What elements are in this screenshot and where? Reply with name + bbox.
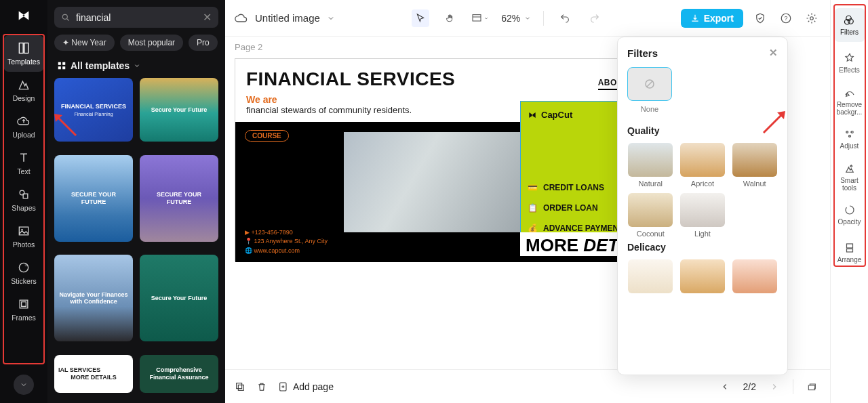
filter-natural[interactable]: Natural [627,143,674,188]
document-title[interactable]: Untitled image [235,12,335,25]
rail-item-photos[interactable]: Photos [3,218,44,255]
layout-tool[interactable] [471,9,489,27]
filter-thumb [680,143,725,177]
filter-thumb [732,259,777,293]
delete-page-button[interactable] [256,381,267,392]
svg-rect-4 [19,227,28,235]
rail-item-stickers[interactable]: Stickers [3,255,44,291]
right-rail-adjust[interactable]: Adjust [835,122,865,156]
templates-icon [17,41,31,55]
svg-rect-38 [846,244,852,248]
template-search[interactable]: ✕ [54,7,218,28]
filter-del3[interactable] [731,259,778,296]
rail-item-frames[interactable]: Frames [3,291,44,328]
prev-page-button[interactable] [716,378,734,396]
svg-rect-15 [58,66,61,69]
filter-light[interactable]: Light [679,193,726,238]
undo-button[interactable] [556,9,574,27]
chip-new-year[interactable]: ✦ New Year [54,35,115,51]
filter-thumb [628,193,673,227]
search-icon [61,13,71,22]
right-rail-label: Opacity [838,218,861,226]
template-thumb[interactable]: Navigate Your Finances with Confidence [54,255,133,341]
filter-none[interactable] [627,67,672,101]
all-templates-dropdown[interactable]: All templates [57,60,216,71]
template-thumb[interactable]: FINANCIAL SERVICESFinancial Planning [54,78,133,142]
chip-pro[interactable]: Pro [189,35,218,51]
rail-more-button[interactable] [14,375,34,395]
next-page-button[interactable] [766,378,783,396]
svg-rect-14 [62,62,65,65]
redo-button[interactable] [586,9,604,27]
settings-icon[interactable] [803,9,821,27]
right-rail-smart-tools[interactable]: Smart tools [835,160,865,194]
rail-item-shapes[interactable]: Shapes [3,182,44,218]
template-thumb[interactable]: SECURE YOUR FUTURE [54,155,133,242]
template-thumb[interactable]: Comprehensive Financial Assurance [140,355,218,393]
close-icon[interactable]: ✕ [769,47,778,59]
svg-point-21 [810,16,814,20]
duplicate-page-button[interactable] [235,381,245,392]
template-search-input[interactable] [76,12,197,23]
filter-apricot[interactable]: Apricot [679,143,726,188]
template-thumb[interactable]: Secure Your Future [140,255,218,341]
right-rail-effects[interactable]: Effects [835,46,865,80]
rail-item-design[interactable]: Design [3,72,44,108]
hand-tool[interactable] [441,9,459,27]
cloud-icon [235,12,248,25]
right-rail-remove-backgr-[interactable]: Remove backgr... [835,84,865,118]
add-page-button[interactable]: Add page [278,381,334,392]
svg-line-12 [67,18,69,20]
right-rail-icon [844,87,856,99]
frames-icon [17,297,31,311]
svg-rect-13 [58,62,61,65]
shield-icon[interactable] [751,9,769,27]
add-page-label: Add page [293,381,334,392]
filters-panel: Filters ✕ None QualityNaturalApricotWaln… [617,37,788,375]
rail-item-text[interactable]: Text [3,145,44,182]
zoom-level[interactable]: 62% [501,13,531,24]
filter-thumb [680,193,725,227]
template-thumb[interactable]: Secure Your Future [140,78,218,142]
headline: FINANCIAL SERVICES [246,68,455,90]
rail-item-upload[interactable]: Upload [3,108,44,145]
right-rail-filters[interactable]: Filters [835,8,865,42]
help-icon[interactable]: ? [777,9,795,27]
filter-thumb [732,143,777,177]
svg-rect-0 [19,43,23,54]
filter-label: Walnut [743,179,766,188]
rail-item-label: Design [13,94,35,102]
filter-del2[interactable] [679,259,726,296]
svg-rect-17 [473,14,481,20]
design-scene[interactable]: FINANCIAL SERVICES ABOUT S We are financ… [235,58,655,261]
template-thumb[interactable]: IAL SERVICESMORE DETAILS [54,355,133,393]
filter-label: Natural [639,179,663,188]
svg-rect-8 [22,302,26,307]
scene-contact: ▶ +123-456-7890 📍 123 Anywhere St., Any … [245,228,328,256]
rail-item-label: Stickers [11,277,36,285]
filter-walnut[interactable]: Walnut [731,143,778,188]
chevron-down-icon [484,16,489,21]
layers-button[interactable] [803,378,821,396]
template-thumb[interactable]: SECURE YOUR FUTURE [140,155,218,242]
filter-del1[interactable] [627,259,674,296]
right-rail-label: Adjust [840,142,859,150]
svg-text:?: ? [784,15,787,22]
text-icon [17,151,31,165]
filter-none-label: None [627,105,672,113]
right-rail-label: Filters [840,28,859,36]
rail-item-label: Upload [12,131,35,139]
scene-photo [344,132,527,232]
app-logo[interactable] [14,5,34,26]
filter-coconut[interactable]: Coconut [627,193,674,238]
clear-search-icon[interactable]: ✕ [203,11,212,24]
export-button[interactable]: Export [681,9,743,28]
rail-item-templates[interactable]: Templates [3,35,44,72]
chevron-down-icon [134,62,140,69]
right-rail-arrange[interactable]: Arrange [835,236,865,270]
svg-line-23 [647,81,653,87]
chip-most-popular[interactable]: Most popular [120,35,183,51]
right-rail-opacity[interactable]: Opacity [835,198,865,232]
download-icon [690,14,700,23]
cursor-tool[interactable] [412,9,429,27]
